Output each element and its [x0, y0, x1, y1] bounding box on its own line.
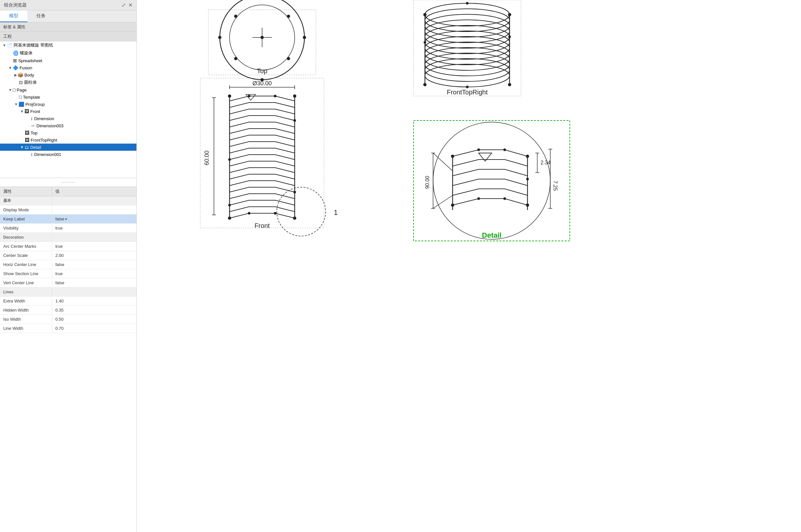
prop-row-center-scale[interactable]: Center Scale 2.00 [0, 251, 136, 260]
prop-name-line-width: Line Width [0, 325, 52, 332]
prop-row-horiz-center-line[interactable]: Horiz Center Line false [0, 260, 136, 269]
prop-name-extra-width: Extra Width [0, 297, 52, 305]
prop-value-arc-center-marks: true [52, 243, 136, 250]
tree-icon-page: □ [13, 87, 15, 93]
prop-row-lines-cat: Lines [0, 287, 136, 297]
prop-name-hidden-width: Hidden Width [0, 306, 52, 314]
prop-row-iso-width[interactable]: Iso Width 0.50 [0, 315, 136, 324]
prop-name-horiz-center-line: Horiz Center Line [0, 261, 52, 268]
svg-point-28 [293, 216, 296, 220]
tree-item-page[interactable]: ▼□Page [0, 86, 136, 93]
props-header: 属性 值 [0, 187, 136, 196]
tree-label-page: Page [17, 88, 26, 93]
expand-arrow-detail[interactable]: ▼ [20, 145, 24, 149]
prop-row-display-mode[interactable]: Display Mode [0, 206, 136, 214]
prop-value-keep-label[interactable]: false ▼ [52, 215, 136, 223]
prop-row-arc-center-marks[interactable]: Arc Center Marks true [0, 242, 136, 251]
svg-point-11 [234, 15, 237, 18]
tree-label-spreadsheet: Spreadsheet [18, 58, 42, 63]
svg-text:2.34: 2.34 [540, 160, 551, 165]
svg-point-72 [477, 149, 480, 151]
prop-value-text-arc-center-marks: true [55, 244, 62, 249]
tree-item-root[interactable]: ▼📄阿基米德螺旋 带图纸 [0, 41, 136, 49]
tree-icon-dimension001: ↕ [31, 152, 33, 157]
svg-point-71 [526, 204, 529, 207]
prop-row-keep-label[interactable]: Keep Label false ▼ [0, 214, 136, 224]
tree-item-template[interactable]: □Template [0, 93, 136, 101]
tree-item-front[interactable]: ▼🖼Front [0, 108, 136, 115]
tab-model[interactable]: 模型 [0, 11, 27, 22]
tree-label-top: Top [31, 131, 37, 135]
svg-point-25 [228, 94, 231, 98]
prop-value-text-keep-label: false [55, 216, 64, 222]
prop-value-line-width: 0.70 [52, 325, 136, 332]
tree-icon-projgroup: 🟦 [19, 101, 24, 107]
prop-name-center-scale: Center Scale [0, 252, 52, 259]
svg-point-60 [508, 36, 511, 38]
expand-arrow-front[interactable]: ▼ [20, 109, 24, 113]
title-bar-text: 组合浏览器 [4, 2, 27, 8]
tree-item-fusion[interactable]: ▼🔷Fusion [0, 64, 136, 71]
tree-item-detail[interactable]: ▼🗂Detail [0, 144, 136, 151]
category-label-decoration-cat: Decoration [0, 234, 52, 241]
tree-item-dimension[interactable]: ↕Dimension [0, 115, 136, 122]
tree-icon-spiral: 🌀 [13, 51, 19, 56]
tree-item-projgroup[interactable]: ▼🟦ProjGroup [0, 101, 136, 108]
svg-point-26 [293, 94, 296, 98]
prop-name-visibility: Visibility [0, 224, 52, 232]
expand-arrow-body[interactable]: ▶ [14, 73, 17, 77]
close-icon[interactable]: ✕ [128, 2, 133, 8]
prop-value-extra-width: 1.40 [52, 297, 136, 305]
tree-section-header: 工程 [0, 32, 136, 41]
expand-icon[interactable]: ⤢ [121, 2, 126, 8]
prop-value-text-iso-width: 0.50 [55, 317, 63, 322]
expand-arrow-projgroup[interactable]: ▼ [14, 102, 18, 106]
prop-row-visibility[interactable]: Visibility true [0, 224, 136, 233]
tree-label-projgroup: ProjGroup [25, 102, 44, 107]
tree-icon-fusion: 🔷 [13, 65, 18, 70]
prop-value-text-show-section-line: true [55, 271, 62, 276]
tree-item-top[interactable]: 🖼Top [0, 129, 136, 136]
prop-value-show-section-line: true [52, 270, 136, 278]
tree-label-template: Template [23, 95, 40, 100]
tree-icon-root: 📄 [7, 43, 12, 48]
expand-arrow-root[interactable]: ▼ [3, 43, 6, 47]
dropdown-arrow-keep-label[interactable]: ▼ [64, 217, 68, 221]
svg-point-62 [466, 86, 469, 88]
tree-label-fusion: Fusion [20, 65, 32, 70]
tree-item-dimension003[interactable]: ↔Dimension003 [0, 122, 136, 129]
tags-properties-header: 标签 & 属性 [0, 22, 136, 32]
prop-row-extra-width[interactable]: Extra Width 1.40 [0, 297, 136, 306]
front-view-label: Front [255, 222, 270, 229]
prop-name-arc-center-marks: Arc Center Marks [0, 243, 52, 250]
prop-value-horiz-center-line: false [52, 261, 136, 268]
tree-icon-spreadsheet: ⊞ [13, 58, 17, 63]
tree-item-cylinder[interactable]: ⊡圆柱体 [0, 78, 136, 86]
svg-point-69 [526, 155, 529, 158]
svg-point-55 [423, 13, 426, 16]
top-view-label: Top [257, 68, 267, 75]
tree-item-fronttopright[interactable]: 🖼FrontTopRight [0, 136, 136, 144]
tree-label-dimension: Dimension [34, 116, 54, 121]
tree-item-dimension001[interactable]: ↕Dimension001 [0, 151, 136, 158]
svg-point-6 [261, 36, 264, 39]
tree-label-dimension001: Dimension001 [34, 152, 61, 157]
tree-icon-dimension003: ↔ [31, 123, 35, 128]
prop-row-show-section-line[interactable]: Show Section Line true [0, 269, 136, 278]
prop-row-line-width[interactable]: Line Width 0.70 [0, 324, 136, 333]
prop-row-hidden-width[interactable]: Hidden Width 0.35 [0, 306, 136, 315]
svg-point-74 [477, 197, 480, 200]
tab-task[interactable]: 任务 [27, 11, 55, 22]
prop-row-vert-center-line[interactable]: Vert Center Line false [0, 278, 136, 287]
svg-point-58 [508, 83, 511, 86]
tree-item-spreadsheet[interactable]: ⊞Spreadsheet [0, 57, 136, 64]
tree-item-spiral[interactable]: 🌀螺旋体 [0, 49, 136, 57]
tree-item-body[interactable]: ▶📦Body [0, 71, 136, 78]
svg-point-30 [274, 95, 276, 97]
expand-arrow-fusion[interactable]: ▼ [8, 66, 12, 70]
tree-label-dimension003: Dimension003 [36, 124, 63, 128]
expand-arrow-page[interactable]: ▼ [8, 88, 12, 92]
tab-bar: 模型 任务 [0, 11, 136, 22]
tree-area: ▼📄阿基米德螺旋 带图纸🌀螺旋体⊞Spreadsheet▼🔷Fusion▶📦Bo… [0, 41, 136, 178]
prop-value-text-visibility: true [55, 226, 62, 230]
